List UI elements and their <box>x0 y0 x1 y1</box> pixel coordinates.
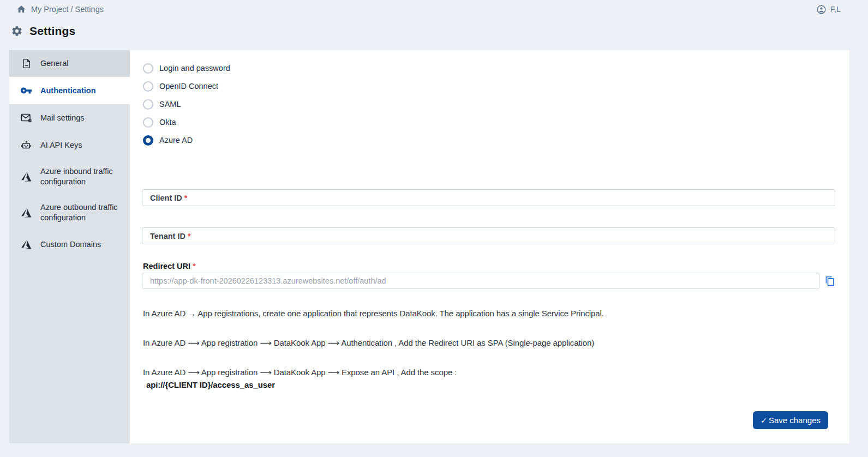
authentication-content: Login and password OpenID Connect SAML O… <box>130 50 849 443</box>
breadcrumb[interactable]: My Project / Settings <box>16 4 104 14</box>
sidebar-item-ai-api-keys[interactable]: AI API Keys <box>9 131 130 159</box>
radio-azure-ad[interactable]: Azure AD <box>143 135 230 146</box>
sidebar-item-mail-settings[interactable]: Mail settings <box>9 104 130 131</box>
sidebar-item-label: General <box>40 58 69 69</box>
breadcrumb-text: My Project / Settings <box>31 5 104 14</box>
azure-icon <box>20 207 33 219</box>
mail-gear-icon <box>20 112 33 124</box>
topbar: My Project / Settings F,L <box>0 0 868 15</box>
tenant-id-input[interactable] <box>142 228 835 244</box>
radio-circle[interactable] <box>143 117 153 128</box>
radio-circle[interactable] <box>143 63 153 74</box>
tenant-id-field[interactable]: Tenant ID* <box>142 227 835 244</box>
settings-panel: General Authentication Mail settings <box>9 50 849 443</box>
instruction-text: In Azure AD ⟶ App registration ⟶ DataKoo… <box>143 338 594 348</box>
auth-method-radio-group: Login and password OpenID Connect SAML O… <box>143 63 230 153</box>
key-icon <box>20 85 33 97</box>
settings-sidebar: General Authentication Mail settings <box>9 50 130 443</box>
page-header: Settings <box>0 19 868 44</box>
radio-okta[interactable]: Okta <box>143 117 230 128</box>
redirect-uri-label: Redirect URI* <box>143 262 196 270</box>
azure-icon <box>20 171 33 183</box>
radio-circle[interactable] <box>143 81 153 92</box>
account-circle-icon <box>816 4 827 15</box>
radio-circle[interactable] <box>143 99 153 110</box>
sidebar-item-authentication[interactable]: Authentication <box>9 77 130 104</box>
sidebar-item-label: Azure inbound traffic configuration <box>40 166 123 187</box>
user-menu[interactable]: F,L <box>816 4 841 15</box>
radio-saml[interactable]: SAML <box>143 99 230 110</box>
client-id-field[interactable]: Client ID* <box>142 189 835 206</box>
sidebar-item-azure-outbound[interactable]: Azure outbound traffic configuration <box>9 195 130 231</box>
instruction-text: In Azure AD ⟶ App registration ⟶ DataKoo… <box>143 368 457 377</box>
sidebar-item-custom-domains[interactable]: Custom Domains <box>9 231 130 258</box>
sidebar-item-label: Authentication <box>40 86 96 96</box>
document-icon <box>20 58 33 69</box>
robot-icon <box>20 139 33 151</box>
client-id-input[interactable] <box>142 190 835 206</box>
radio-circle[interactable] <box>143 135 153 146</box>
redirect-uri-input[interactable] <box>142 273 819 289</box>
save-changes-button[interactable]: ✓ Save changes <box>753 411 828 429</box>
copy-icon[interactable] <box>825 275 837 287</box>
scope-code: api://{CLIENT ID}/access_as_user <box>146 380 275 389</box>
sidebar-item-label: Azure outbound traffic configuration <box>40 202 123 223</box>
sidebar-item-general[interactable]: General <box>9 50 130 77</box>
azure-icon <box>20 238 33 250</box>
home-icon <box>16 4 26 14</box>
page-title: Settings <box>29 25 75 38</box>
check-icon: ✓ <box>761 416 767 425</box>
user-initials: F,L <box>830 5 841 14</box>
sidebar-item-label: AI API Keys <box>40 140 82 151</box>
instruction-text: In Azure AD → App registrations, create … <box>143 309 604 318</box>
sidebar-item-azure-inbound[interactable]: Azure inbound traffic configuration <box>9 159 130 195</box>
radio-openid-connect[interactable]: OpenID Connect <box>143 81 230 92</box>
radio-login-and-password[interactable]: Login and password <box>143 63 230 74</box>
gear-icon <box>11 25 23 37</box>
sidebar-item-label: Mail settings <box>40 113 85 123</box>
sidebar-item-label: Custom Domains <box>40 239 101 250</box>
